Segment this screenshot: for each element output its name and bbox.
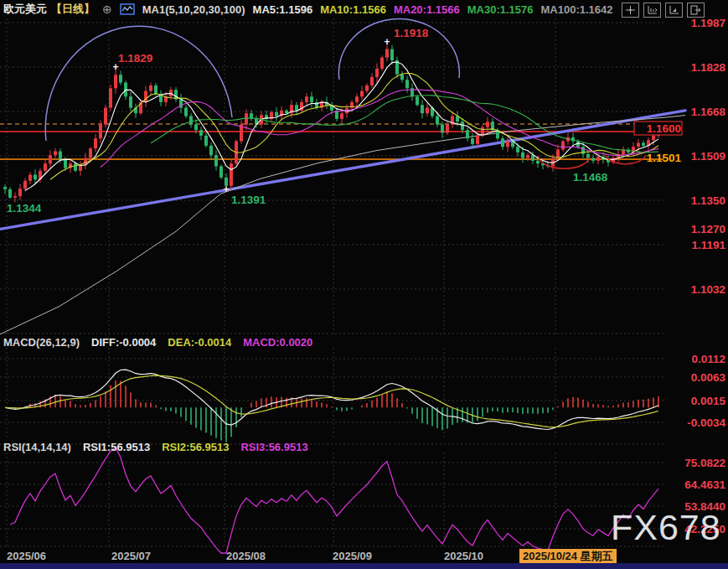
chart-app-window: +++1.18291.19181.13911.13441.14681.19871…	[0, 0, 728, 569]
candle-body	[214, 155, 218, 166]
candle-body	[28, 174, 32, 180]
axis-price-label: 1.1191	[691, 239, 725, 251]
rsi1-value: RSI1:56.9513	[83, 441, 150, 453]
candle-body	[94, 138, 97, 148]
ma100-value: MA100:1.1642	[540, 3, 612, 16]
add-indicator-icon[interactable]: ⊕	[102, 3, 112, 16]
candle-body	[521, 153, 524, 158]
candle-body	[506, 142, 509, 147]
candle-body	[400, 75, 404, 80]
candle-body	[245, 113, 248, 124]
chart-type-icon[interactable]	[120, 3, 135, 15]
ma10-line	[50, 73, 658, 179]
price-annotation: 1.1468	[573, 171, 608, 184]
pivot-cross-marker: +	[223, 184, 229, 195]
rsi-title[interactable]: RSI(14,14,14)	[3, 441, 71, 453]
axis-price-label: 1.1509	[691, 150, 725, 163]
symbol-title: 欧元美元	[3, 2, 47, 17]
candle-body	[230, 163, 233, 186]
candle-body	[18, 189, 22, 196]
candle-body	[375, 69, 379, 77]
candle-body	[486, 122, 489, 127]
candle-body	[129, 96, 132, 107]
candle-body	[154, 85, 157, 94]
pan-tool-button[interactable]	[622, 3, 639, 18]
candle-body	[114, 75, 117, 88]
candle-body	[531, 155, 534, 161]
candle-body	[385, 49, 389, 58]
macd-indicator-row: MACD(26,12,9) DIFF:-0.0004 DEA:-0.0014 M…	[3, 336, 312, 349]
candle-body	[421, 105, 424, 113]
macd-diff-value: DIFF:-0.0004	[91, 336, 156, 349]
candle-body	[405, 80, 409, 88]
candle-body	[526, 155, 529, 158]
ma30-value: MA30:1.1576	[467, 3, 534, 16]
candle-body	[461, 122, 464, 130]
axis-price-label: 1.1828	[691, 61, 726, 74]
price-annotation: 1.1918	[394, 27, 429, 39]
candle-body	[109, 88, 112, 107]
zoom-out-axis-button[interactable]	[665, 3, 683, 18]
ma20-value: MA20:1.1566	[394, 3, 460, 16]
candle-body	[54, 152, 57, 156]
marked-price-tag: 1.1600	[647, 122, 681, 135]
chart-toolbar	[622, 3, 705, 18]
rsi3-value: RSI3:56.9513	[240, 441, 307, 453]
ma-settings-label[interactable]: MA1(5,10,20,30,100)	[142, 3, 245, 16]
candle-body	[471, 138, 474, 144]
rsi2-value: RSI2:56.9513	[162, 441, 229, 453]
candle-body	[64, 160, 67, 168]
candle-body	[370, 77, 374, 85]
candle-body	[219, 166, 223, 177]
pattern-arc-blue	[45, 26, 232, 141]
candle-body	[8, 189, 12, 198]
candle-body	[149, 85, 152, 91]
macd-dea-line	[5, 375, 658, 427]
horizontal-scrollbar[interactable]	[0, 563, 728, 569]
candle-body	[536, 161, 540, 163]
axis-price-label: 1.1668	[691, 106, 726, 118]
axis-price-label: 1.1270	[691, 223, 725, 235]
price-annotation: 1.1829	[118, 52, 152, 65]
candle-body	[184, 108, 188, 116]
candle-body	[13, 196, 17, 198]
axis-price-label: 0.0015	[691, 395, 726, 407]
candle-body	[596, 157, 600, 161]
candle-body	[466, 130, 469, 138]
axis-price-label: 0.0112	[691, 353, 725, 365]
candle-body	[89, 148, 92, 158]
axis-price-label: 0.0063	[691, 371, 726, 384]
x-axis-month-label: 2025/10	[444, 550, 483, 562]
exit-fullscreen-button[interactable]	[687, 3, 705, 18]
candle-body	[189, 116, 193, 125]
price-annotation: 1.1391	[231, 194, 266, 206]
candle-body	[441, 125, 444, 133]
x-axis-latest-date-label: 2025/10/24 星期五	[519, 549, 617, 563]
candle-body	[380, 58, 384, 69]
x-axis-month-label: 2025/08	[226, 550, 266, 562]
ma5-value: MA5:1.1596	[253, 3, 313, 16]
candle-body	[119, 75, 122, 82]
x-axis-month-label: 2025/06	[7, 550, 46, 562]
pattern-arc-red	[539, 156, 590, 168]
candle-body	[476, 136, 479, 144]
candle-body	[436, 116, 439, 125]
candle-body	[99, 125, 102, 139]
timeframe-label[interactable]: 【日线】	[51, 2, 95, 17]
axis-price-label: 64.4631	[684, 478, 725, 491]
candle-body	[310, 96, 313, 102]
price-annotation: 1.1344	[7, 202, 42, 215]
price-chart-canvas[interactable]: +++1.18291.19181.13911.13441.14681.19871…	[0, 0, 728, 569]
axis-price-label: 1.1350	[691, 194, 725, 207]
candle-body	[501, 138, 504, 147]
candle-body	[104, 108, 107, 125]
ma10-value: MA10:1.1566	[320, 3, 386, 16]
candle-body	[204, 136, 208, 146]
candle-body	[209, 146, 213, 155]
zoom-in-axis-button[interactable]	[643, 3, 661, 18]
candle-body	[340, 113, 343, 119]
pivot-cross-marker: +	[384, 36, 390, 48]
trendline	[0, 111, 685, 230]
macd-title[interactable]: MACD(26,12,9)	[3, 336, 80, 349]
candle-body	[44, 163, 47, 171]
